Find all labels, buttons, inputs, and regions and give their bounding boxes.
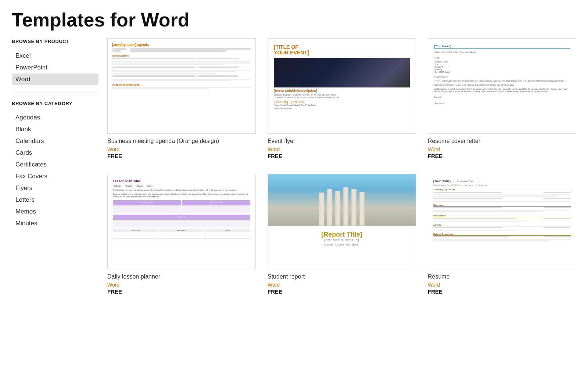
sidebar-item-calendars[interactable]: Calendars <box>12 135 98 147</box>
template-grid: [Meeting name] agenda Agenda Items <box>107 38 576 309</box>
template-card-student-report[interactable]: [Report Title] [REPORT SUBTITLE] [Name] … <box>268 174 416 295</box>
template-thumbnail-cover-letter: [Your Name] [Address, City, ST ZIP Code]… <box>428 38 576 134</box>
browse-by-category-label: BROWSE BY CATEGORY <box>12 100 98 107</box>
template-thumbnail-lesson-planner: Lesson Plan Title Subject Teacher Grade … <box>107 174 256 269</box>
product-list: Excel PowerPoint Word <box>12 50 98 85</box>
template-price-event-flyer: FREE <box>268 153 416 159</box>
template-name-resume: Resume <box>428 273 576 281</box>
sidebar-item-letters[interactable]: Letters <box>12 194 98 206</box>
template-product-student-report: Word <box>268 282 416 288</box>
template-price-lesson-planner: FREE <box>107 288 256 295</box>
template-thumbnail-student-report: [Report Title] [REPORT SUBTITLE] [Name] … <box>268 174 416 269</box>
template-price-student-report: FREE <box>268 288 416 295</box>
sidebar-item-flyers[interactable]: Flyers <box>12 182 98 194</box>
template-product-agenda: Word <box>107 146 256 152</box>
template-thumbnail-event-flyer: [TITLE OFYOUR EVENT] [Event Subtitle/Des… <box>268 38 416 134</box>
sidebar-item-fax-covers[interactable]: Fax Covers <box>12 171 98 182</box>
sidebar-item-excel[interactable]: Excel <box>12 50 98 62</box>
sidebar-item-minutes[interactable]: Minutes <box>12 218 98 229</box>
template-thumbnail-agenda: [Meeting name] agenda Agenda Items <box>107 38 256 134</box>
template-product-event-flyer: Word <box>268 146 416 152</box>
sidebar-item-agendas[interactable]: Agendas <box>12 112 98 123</box>
sidebar-item-powerpoint[interactable]: PowerPoint <box>12 62 98 73</box>
sidebar: BROWSE BY PRODUCT Excel PowerPoint Word … <box>12 38 107 309</box>
sidebar-divider <box>12 93 98 93</box>
template-product-cover-letter: Word <box>428 146 576 152</box>
category-list: Agendas Blank Calendars Cards Certificat… <box>12 112 98 229</box>
template-thumbnail-resume: [Your Name] | Curriculum Vitae [Street A… <box>428 174 576 269</box>
sidebar-item-blank[interactable]: Blank <box>12 123 98 135</box>
sidebar-item-certificates[interactable]: Certificates <box>12 159 98 171</box>
template-name-lesson-planner: Daily lesson planner <box>107 273 256 281</box>
template-card-lesson-planner[interactable]: Lesson Plan Title Subject Teacher Grade … <box>107 174 256 295</box>
template-name-agenda: Business meeting agenda (Orange design) <box>107 137 256 145</box>
template-price-resume: FREE <box>428 288 576 295</box>
page-title: Templates for Word <box>0 0 588 38</box>
content-area: [Meeting name] agenda Agenda Items <box>107 38 576 309</box>
sidebar-item-memos[interactable]: Memos <box>12 206 98 218</box>
sidebar-item-cards[interactable]: Cards <box>12 147 98 159</box>
template-card-cover-letter[interactable]: [Your Name] [Address, City, ST ZIP Code]… <box>428 38 576 159</box>
main-layout: BROWSE BY PRODUCT Excel PowerPoint Word … <box>0 38 588 309</box>
template-name-cover-letter: Resume cover letter <box>428 137 576 145</box>
template-card-resume[interactable]: [Your Name] | Curriculum Vitae [Street A… <box>428 174 576 295</box>
template-product-resume: Word <box>428 282 576 288</box>
template-name-student-report: Student report <box>268 273 416 281</box>
template-product-lesson-planner: Word <box>107 282 256 288</box>
template-price-agenda: FREE <box>107 153 256 159</box>
template-price-cover-letter: FREE <box>428 153 576 159</box>
template-card-agenda[interactable]: [Meeting name] agenda Agenda Items <box>107 38 256 159</box>
template-card-event-flyer[interactable]: [TITLE OFYOUR EVENT] [Event Subtitle/Des… <box>268 38 416 159</box>
browse-by-product-label: BROWSE BY PRODUCT <box>12 38 98 45</box>
sidebar-item-word[interactable]: Word <box>12 73 98 85</box>
template-name-event-flyer: Event flyer <box>268 137 416 145</box>
